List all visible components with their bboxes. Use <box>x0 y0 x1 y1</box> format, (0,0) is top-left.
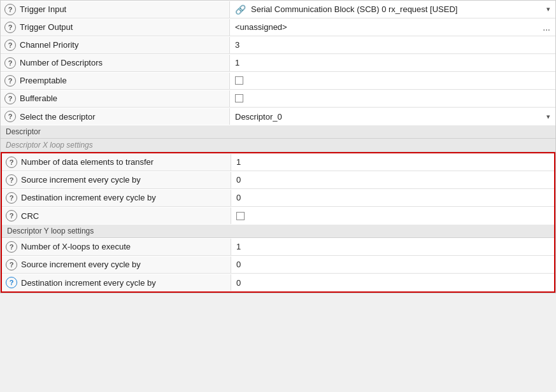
label-col: ?Number of data elements to transfer <box>2 154 231 171</box>
help-icon[interactable]: ? <box>4 93 16 104</box>
label-col: ?CRC <box>2 207 231 224</box>
value-col: 0 <box>231 172 554 187</box>
value-col: 0 <box>231 276 554 290</box>
table-row: ?Trigger Input🔗Serial Communication Bloc… <box>1 1 555 18</box>
row-label: Preemptable <box>20 76 67 85</box>
help-icon[interactable]: ? <box>4 57 16 69</box>
value-col: 1 <box>231 155 554 169</box>
highlighted-section: ?Number of data elements to transfer1?So… <box>1 152 555 293</box>
label-col: ?Destination increment every cycle by <box>2 274 231 291</box>
main-container: ?Trigger Input🔗Serial Communication Bloc… <box>0 0 556 293</box>
help-icon[interactable]: ? <box>6 241 17 253</box>
value-col: <unassigned>... <box>230 20 555 35</box>
table-row: ?Channel Priority3 <box>1 36 555 54</box>
help-icon[interactable]: ? <box>4 75 16 87</box>
row-value: 0 <box>236 175 241 185</box>
row-label: Number of X-loops to execute <box>21 242 131 251</box>
value-col: 0 <box>231 257 554 272</box>
table-row: ?Destination increment every cycle by0 <box>2 189 554 207</box>
checkbox[interactable] <box>235 76 243 85</box>
row-label: Number of Descriptors <box>20 58 103 67</box>
row-value: 1 <box>236 242 241 251</box>
table-row: ?Source increment every cycle by0 <box>2 171 554 189</box>
row-value: 0 <box>236 260 241 269</box>
help-icon[interactable]: ? <box>6 174 17 186</box>
row-value: <unassigned> <box>235 22 287 32</box>
table-row: ?Bufferable <box>1 90 555 108</box>
label-col: ?Source increment every cycle by <box>2 256 231 273</box>
row-label: Trigger Output <box>20 22 73 32</box>
value-col: 1 <box>230 55 555 70</box>
help-icon[interactable]: ? <box>6 277 17 288</box>
row-label: CRC <box>21 211 39 221</box>
checkbox[interactable] <box>236 212 245 220</box>
ellipsis[interactable]: ... <box>543 22 550 32</box>
table-row: ?Number of data elements to transfer1 <box>2 153 554 171</box>
value-col: 🔗Serial Communication Block (SCB) 0 rx_r… <box>230 2 555 17</box>
row-value: 3 <box>235 40 239 50</box>
value-col: 1 <box>231 239 554 254</box>
table-row: ?Select the descriptorDescriptor_0▾ <box>1 108 555 125</box>
checkbox[interactable] <box>235 94 243 102</box>
row-label: Destination increment every cycle by <box>21 278 156 288</box>
help-icon[interactable]: ? <box>6 192 17 204</box>
dropdown-arrow[interactable]: ▾ <box>546 5 550 13</box>
help-icon[interactable]: ? <box>4 111 16 122</box>
label-col: ?Destination increment every cycle by <box>2 190 231 206</box>
label-col: ?Source increment every cycle by <box>2 172 231 188</box>
row-label: Source increment every cycle by <box>21 175 141 185</box>
row-label: Select the descriptor <box>20 112 96 122</box>
dropdown-arrow[interactable]: ▾ <box>546 113 550 121</box>
row-label: Destination increment every cycle by <box>21 193 156 202</box>
row-label: Number of data elements to transfer <box>21 157 153 167</box>
label-col: ?Trigger Output <box>1 19 230 36</box>
help-icon[interactable]: ? <box>6 210 17 221</box>
table-row: ?Trigger Output<unassigned>... <box>1 18 555 36</box>
row-label: Source increment every cycle by <box>21 260 141 269</box>
row-label: Bufferable <box>20 94 57 103</box>
descriptor-section-header: Descriptor <box>1 125 555 139</box>
help-icon[interactable]: ? <box>4 4 16 15</box>
value-col <box>230 74 555 87</box>
row-value: 1 <box>236 157 241 167</box>
label-col: ?Channel Priority <box>1 37 230 53</box>
row-value: Descriptor_0 <box>235 112 282 122</box>
label-col: ?Bufferable <box>1 90 230 107</box>
label-col: ?Select the descriptor <box>1 108 230 125</box>
row-label: Trigger Input <box>20 4 66 14</box>
row-value: 1 <box>235 58 239 67</box>
value-col: Descriptor_0▾ <box>230 109 555 124</box>
y-loop-section-header: Descriptor Y loop settings <box>2 225 554 238</box>
help-icon[interactable]: ? <box>6 259 17 270</box>
help-icon[interactable]: ? <box>4 39 16 51</box>
label-col: ?Number of X-loops to execute <box>2 239 231 255</box>
value-col: 0 <box>231 190 554 205</box>
help-icon[interactable]: ? <box>4 22 16 33</box>
label-col: ?Number of Descriptors <box>1 55 230 71</box>
table-row: ?Preemptable <box>1 72 555 90</box>
row-label: Channel Priority <box>20 40 79 50</box>
table-row: ?Source increment every cycle by0 <box>2 256 554 274</box>
value-col <box>231 209 554 223</box>
row-value: 0 <box>236 278 241 288</box>
link-icon: 🔗 <box>235 4 246 15</box>
top-section: ?Trigger Input🔗Serial Communication Bloc… <box>1 1 555 125</box>
label-col: ?Preemptable <box>1 73 230 89</box>
label-col: ?Trigger Input <box>1 1 230 18</box>
table-row: ?Number of Descriptors1 <box>1 54 555 72</box>
x-loop-section-header-outer: Descriptor X loop settings <box>1 139 555 152</box>
value-col: 3 <box>230 38 555 52</box>
row-value: 0 <box>236 193 241 202</box>
table-row: ?Destination increment every cycle by0 <box>2 274 554 291</box>
row-value: Serial Communication Block (SCB) 0 rx_re… <box>251 4 457 14</box>
table-row: ?CRC <box>2 207 554 225</box>
value-col <box>230 92 555 105</box>
help-icon[interactable]: ? <box>6 157 17 168</box>
table-row: ?Number of X-loops to execute1 <box>2 238 554 256</box>
